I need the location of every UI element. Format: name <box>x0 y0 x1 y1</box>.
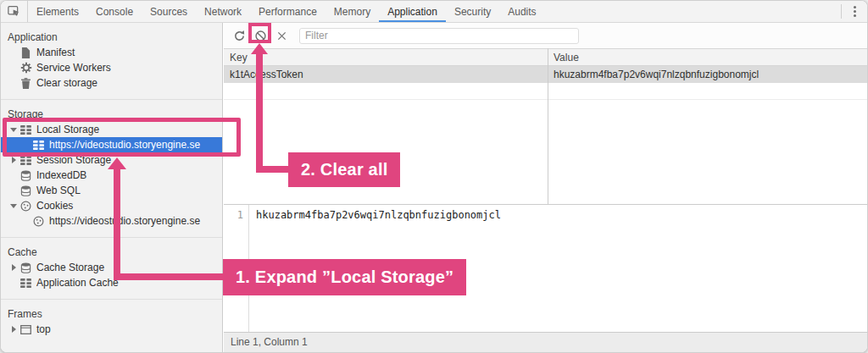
cursor-position-text: Line 1, Column 1 <box>231 336 308 348</box>
storage-table-header: Key Value <box>224 48 867 66</box>
table-row-empty[interactable] <box>224 83 867 100</box>
chevron-right-icon[interactable] <box>8 326 19 333</box>
tab-security[interactable]: Security <box>446 1 499 22</box>
devtools-window: Elements Console Sources Network Perform… <box>0 0 868 353</box>
annotation-box-clear-button <box>248 23 271 43</box>
column-header-value[interactable]: Value <box>548 52 579 63</box>
sidebar-item-label: top <box>36 323 51 335</box>
annotation-label-step2: 2. Clear all <box>288 152 400 187</box>
sidebar-item-label: Manifest <box>36 47 75 58</box>
gear-icon <box>19 62 32 74</box>
sidebar-item-cookies-origin[interactable]: https://videostudio.storyengine.se <box>1 213 222 229</box>
value-cell: hkuzabrm4fba7p2v6wqi7nlzqbnfuzigbonomjcl <box>548 69 759 80</box>
status-bar: Line 1, Column 1 <box>224 332 867 352</box>
cookie-icon <box>19 200 32 212</box>
sidebar-item-label: IndexedDB <box>36 169 86 181</box>
sidebar-item-label: https://videostudio.storyengine.se <box>49 215 200 227</box>
chevron-right-icon[interactable] <box>8 264 19 271</box>
annotation-box-local-storage <box>3 118 241 157</box>
annotation-arrow-line-step1 <box>114 168 120 280</box>
refresh-button[interactable] <box>229 25 250 46</box>
trash-icon <box>19 77 32 89</box>
tab-sources[interactable]: Sources <box>142 1 196 22</box>
kebab-icon <box>854 6 856 17</box>
sidebar-item-top-frame[interactable]: top <box>1 322 222 337</box>
annotation-arrow-line-step2 <box>256 52 263 173</box>
sidebar-item-cookies[interactable]: Cookies <box>1 198 222 213</box>
line-number: 1 <box>237 209 243 221</box>
tab-console[interactable]: Console <box>87 1 142 22</box>
sidebar-item-label: Service Workers <box>36 62 111 74</box>
document-icon <box>19 47 32 58</box>
section-title: Cache <box>1 245 222 260</box>
storage-toolbar <box>224 23 867 48</box>
sidebar-item-indexeddb[interactable]: IndexedDB <box>1 168 222 183</box>
sidebar-item-label: Cookies <box>36 200 73 212</box>
tab-audits[interactable]: Audits <box>499 1 544 22</box>
key-cell: k1tAccessToken <box>224 69 548 80</box>
database-icon <box>19 185 32 196</box>
sidebar-section-frames: Frames top <box>1 300 222 345</box>
tab-performance[interactable]: Performance <box>250 1 326 22</box>
table-row[interactable]: k1tAccessToken hkuzabrm4fba7p2v6wqi7nlzq… <box>224 66 867 83</box>
sidebar-item-service-workers[interactable]: Service Workers <box>1 60 222 75</box>
refresh-icon <box>233 30 246 41</box>
close-icon <box>275 30 288 41</box>
frame-icon <box>19 323 32 335</box>
column-resize-handle[interactable] <box>548 48 548 204</box>
sidebar-item-label: Application Cache <box>36 277 119 289</box>
column-header-key[interactable]: Key <box>224 52 548 63</box>
devtools-tabbar: Elements Console Sources Network Perform… <box>1 1 867 23</box>
table-icon <box>19 277 32 289</box>
sidebar-item-label: Web SQL <box>36 185 81 196</box>
annotation-arrow-line-step2 <box>256 166 288 173</box>
cookie-icon <box>32 215 45 227</box>
devtools-menu-button[interactable] <box>842 1 867 22</box>
database-icon <box>19 262 32 273</box>
chevron-down-icon[interactable] <box>8 204 19 208</box>
sidebar-section-application: Application Manifest Service Workers <box>1 23 222 100</box>
annotation-arrow-line-step1 <box>114 273 224 280</box>
tab-memory[interactable]: Memory <box>326 1 379 22</box>
tab-application[interactable]: Application <box>379 1 446 22</box>
sidebar-item-web-sql[interactable]: Web SQL <box>1 183 222 198</box>
annotation-label-step1: 1. Expand ”Local Storage” <box>223 259 466 295</box>
section-title: Application <box>1 30 222 45</box>
section-title: Frames <box>1 306 222 322</box>
sidebar-item-label: Clear storage <box>36 77 97 89</box>
tab-elements[interactable]: Elements <box>28 1 87 22</box>
inspect-cursor-icon <box>8 6 20 18</box>
chevron-right-icon[interactable] <box>8 157 19 163</box>
sidebar-item-label: Cache Storage <box>36 262 104 273</box>
inspect-element-button[interactable] <box>1 1 28 22</box>
delete-selected-button[interactable] <box>271 25 292 46</box>
application-panel-sidebar: Application Manifest Service Workers <box>1 23 223 352</box>
database-icon <box>19 169 32 181</box>
sidebar-section-cache: Cache Cache Storage Application Cache <box>1 238 222 300</box>
sidebar-item-clear-storage[interactable]: Clear storage <box>1 75 222 91</box>
sidebar-item-manifest[interactable]: Manifest <box>1 45 222 60</box>
tab-network[interactable]: Network <box>196 1 250 22</box>
filter-input[interactable] <box>299 28 579 44</box>
